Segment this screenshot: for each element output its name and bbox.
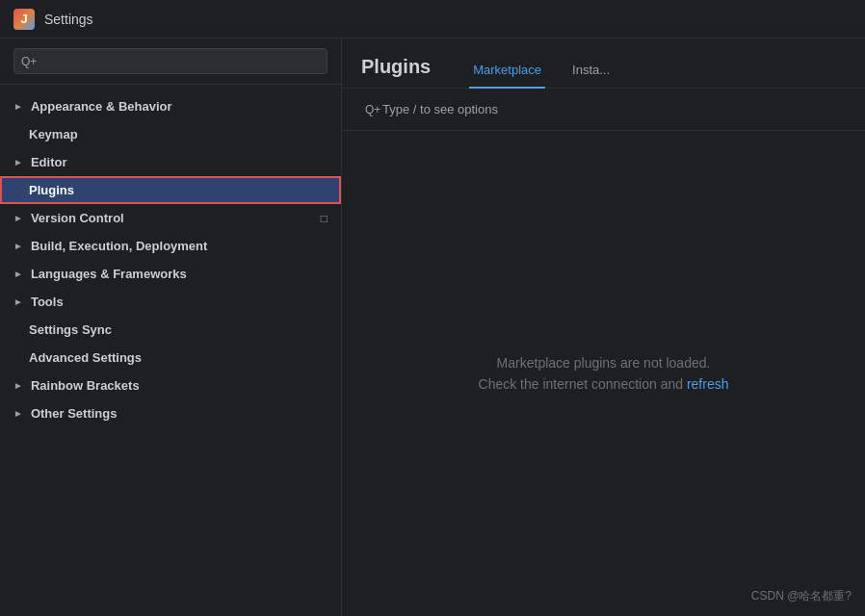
sidebar-item-label: Other Settings — [31, 406, 118, 421]
sidebar-item-tools[interactable]: ► Tools — [0, 288, 341, 316]
intellij-icon: J — [13, 9, 35, 30]
sidebar-search-wrap: Q+ — [13, 48, 328, 74]
sidebar-item-settings-sync[interactable]: Settings Sync — [0, 316, 341, 344]
plugin-search-bar: Q+ — [342, 89, 865, 131]
chevron-icon: ► — [13, 157, 23, 167]
sidebar-item-label: Rainbow Brackets — [31, 378, 140, 393]
tab-marketplace[interactable]: Marketplace — [469, 63, 545, 89]
sidebar-item-appearance-behavior[interactable]: ► Appearance & Behavior — [0, 92, 341, 120]
sidebar-item-label: Version Control — [31, 211, 124, 225]
chevron-icon: ► — [13, 213, 23, 223]
title-bar: J Settings — [0, 0, 865, 38]
tab-installed[interactable]: Insta... — [568, 63, 614, 89]
sidebar-item-label: Editor — [31, 155, 67, 169]
empty-state: Marketplace plugins are not loaded. Chec… — [342, 131, 865, 616]
sidebar-item-label: Appearance & Behavior — [31, 99, 172, 114]
chevron-icon: ► — [13, 241, 23, 251]
sidebar-item-advanced-settings[interactable]: Advanced Settings — [0, 344, 341, 372]
watermark: CSDN @哈名都重? — [751, 588, 852, 604]
sidebar-item-label: Tools — [31, 295, 64, 309]
sidebar-item-label: Plugins — [29, 183, 74, 197]
chevron-icon: ► — [13, 269, 23, 279]
main-layout: Q+ ► Appearance & Behavior Keymap ► Edit… — [0, 38, 865, 616]
empty-state-line2: Check the internet connection and refres… — [479, 376, 729, 392]
refresh-link[interactable]: refresh — [687, 376, 729, 392]
tabs-container: Marketplace Insta... — [469, 38, 637, 88]
sidebar-search-container: Q+ — [0, 38, 341, 85]
sidebar-item-version-control[interactable]: ► Version Control □ — [0, 204, 341, 232]
plugins-page-title: Plugins — [361, 56, 431, 88]
plugins-header: Plugins Marketplace Insta... — [342, 38, 865, 89]
plugin-search-input[interactable] — [357, 98, 850, 120]
sidebar-nav: ► Appearance & Behavior Keymap ► Editor … — [0, 85, 341, 616]
sidebar-item-label: Advanced Settings — [29, 350, 142, 365]
chevron-icon: ► — [13, 296, 23, 307]
sidebar-item-label: Settings Sync — [29, 322, 112, 337]
sidebar-item-plugins[interactable]: Plugins — [0, 176, 341, 204]
empty-state-prefix: Check the internet connection and — [479, 376, 687, 392]
sidebar-item-rainbow-brackets[interactable]: ► Rainbow Brackets — [0, 372, 341, 399]
sidebar-item-editor[interactable]: ► Editor — [0, 148, 341, 176]
plugin-search-wrap: Q+ — [357, 98, 850, 120]
sidebar-item-other-settings[interactable]: ► Other Settings — [0, 399, 341, 427]
sidebar-item-languages-frameworks[interactable]: ► Languages & Frameworks — [0, 260, 341, 288]
sidebar-item-label: Keymap — [29, 127, 78, 141]
sidebar-search-icon: Q+ — [21, 55, 37, 68]
content-area: Plugins Marketplace Insta... Q+ Marketpl… — [342, 38, 865, 616]
chevron-icon: ► — [13, 380, 23, 391]
chevron-icon: ► — [13, 408, 23, 419]
empty-state-line1: Marketplace plugins are not loaded. — [497, 355, 711, 371]
sidebar-item-keymap[interactable]: Keymap — [0, 120, 341, 148]
title-bar-label: Settings — [44, 12, 93, 27]
chevron-icon: ► — [13, 101, 23, 112]
sidebar-search-input[interactable] — [13, 48, 328, 74]
sidebar-item-label: Languages & Frameworks — [31, 267, 187, 281]
window-icon: □ — [321, 212, 328, 225]
sidebar: Q+ ► Appearance & Behavior Keymap ► Edit… — [0, 38, 342, 616]
plugin-search-icon: Q+ — [365, 103, 380, 116]
sidebar-item-label: Build, Execution, Deployment — [31, 239, 207, 253]
sidebar-item-build-execution-deployment[interactable]: ► Build, Execution, Deployment — [0, 232, 341, 260]
